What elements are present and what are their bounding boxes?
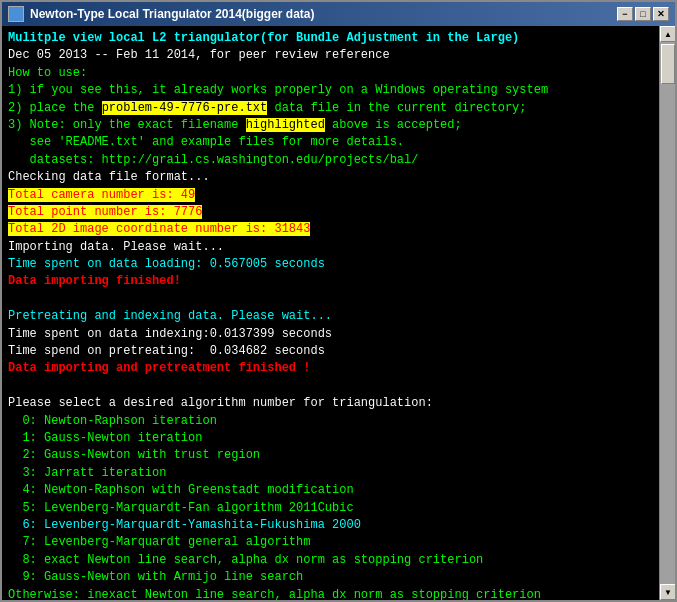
terminal-line: 0: Newton-Raphson iteration xyxy=(8,413,653,430)
scroll-up-button[interactable]: ▲ xyxy=(660,26,675,42)
coord-count-highlight: Total 2D image coordinate number is: 318… xyxy=(8,222,310,236)
close-button[interactable]: ✕ xyxy=(653,7,669,21)
terminal-line: 5: Levenberg-Marquardt-Fan algorithm 201… xyxy=(8,500,653,517)
scroll-thumb[interactable] xyxy=(661,44,675,84)
terminal-line: Data importing and pretreatment finished… xyxy=(8,360,653,377)
minimize-button[interactable]: − xyxy=(617,7,633,21)
window-title: Newton-Type Local Triangulator 2014(bigg… xyxy=(30,7,315,21)
highlighted-filename: problem-49-7776-pre.txt xyxy=(102,101,268,115)
terminal-line: 2: Gauss-Newton with trust region xyxy=(8,447,653,464)
terminal-line: Total 2D image coordinate number is: 318… xyxy=(8,221,653,238)
terminal-line xyxy=(8,291,653,308)
terminal-line: Time spent on data indexing:0.0137399 se… xyxy=(8,326,653,343)
terminal-line: 3) Note: only the exact filename highlig… xyxy=(8,117,653,134)
terminal-line: 9: Gauss-Newton with Armijo line search xyxy=(8,569,653,586)
terminal-line: 7: Levenberg-Marquardt general algorithm xyxy=(8,534,653,551)
scrollbar[interactable]: ▲ ▼ xyxy=(659,26,675,600)
terminal-line: Total camera number is: 49 xyxy=(8,187,653,204)
terminal-line: 8: exact Newton line search, alpha dx no… xyxy=(8,552,653,569)
terminal-line: 2) place the problem-49-7776-pre.txt dat… xyxy=(8,100,653,117)
terminal-line: How to use: xyxy=(8,65,653,82)
terminal-output[interactable]: Mulitple view local L2 triangulator(for … xyxy=(2,26,659,600)
terminal-line: 4: Newton-Raphson with Greenstadt modifi… xyxy=(8,482,653,499)
terminal-line: Time spend on pretreating: 0.034682 seco… xyxy=(8,343,653,360)
highlighted-text: highlighted xyxy=(246,118,325,132)
terminal-line: datasets: http://grail.cs.washington.edu… xyxy=(8,152,653,169)
terminal-line: Otherwise: inexact Newton line search, a… xyxy=(8,587,653,601)
terminal-line: Please select a desired algorithm number… xyxy=(8,395,653,412)
title-bar: Newton-Type Local Triangulator 2014(bigg… xyxy=(2,2,675,26)
terminal-line: 1) if you see this, it already works pro… xyxy=(8,82,653,99)
terminal-line: Dec 05 2013 -- Feb 11 2014, for peer rev… xyxy=(8,47,653,64)
terminal-line: 1: Gauss-Newton iteration xyxy=(8,430,653,447)
terminal-line: Checking data file format... xyxy=(8,169,653,186)
terminal-line: Time spent on data loading: 0.567005 sec… xyxy=(8,256,653,273)
title-bar-left: Newton-Type Local Triangulator 2014(bigg… xyxy=(8,6,315,22)
terminal-line: Data importing finished! xyxy=(8,273,653,290)
scroll-down-button[interactable]: ▼ xyxy=(660,584,675,600)
terminal-line: Mulitple view local L2 triangulator(for … xyxy=(8,30,653,47)
terminal-line: see 'README.txt' and example files for m… xyxy=(8,134,653,151)
terminal-line: Pretreating and indexing data. Please wa… xyxy=(8,308,653,325)
point-count-highlight: Total point number is: 7776 xyxy=(8,205,202,219)
terminal-line: Importing data. Please wait... xyxy=(8,239,653,256)
terminal-line: 3: Jarratt iteration xyxy=(8,465,653,482)
maximize-button[interactable]: □ xyxy=(635,7,651,21)
main-window: Newton-Type Local Triangulator 2014(bigg… xyxy=(0,0,677,602)
content-area: Mulitple view local L2 triangulator(for … xyxy=(2,26,675,600)
title-buttons: − □ ✕ xyxy=(617,7,669,21)
terminal-line: 6: Levenberg-Marquardt-Yamashita-Fukushi… xyxy=(8,517,653,534)
terminal-line: Total point number is: 7776 xyxy=(8,204,653,221)
camera-count-highlight: Total camera number is: 49 xyxy=(8,188,195,202)
terminal-line xyxy=(8,378,653,395)
window-icon xyxy=(8,6,24,22)
scroll-track[interactable] xyxy=(660,42,675,584)
